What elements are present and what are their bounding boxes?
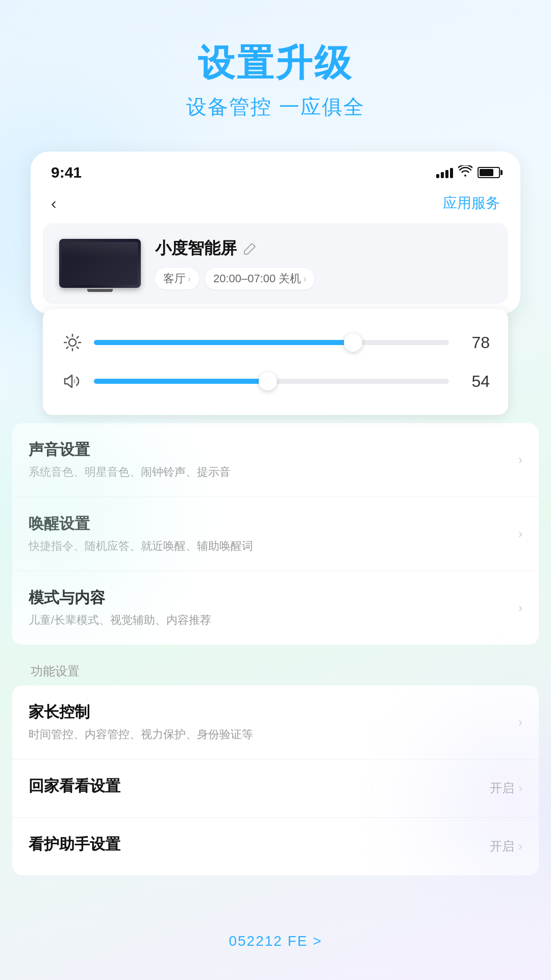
settings-item-home-left: 回家看看设置 bbox=[29, 776, 490, 801]
section-label: 功能设置 bbox=[12, 653, 539, 685]
brightness-row: 78 bbox=[61, 325, 490, 360]
bottom-text: 052212 FE > bbox=[0, 933, 551, 949]
brightness-track[interactable] bbox=[94, 340, 449, 345]
device-card: 小度智能屏 客厅 › 20:00–07:00 关机 › bbox=[43, 223, 508, 304]
status-icons bbox=[436, 165, 500, 180]
device-name-row: 小度智能屏 bbox=[155, 237, 492, 260]
status-time: 9:41 bbox=[51, 164, 82, 181]
volume-icon bbox=[61, 370, 84, 393]
volume-thumb[interactable] bbox=[259, 372, 277, 390]
battery-fill bbox=[480, 169, 493, 176]
settings-item-sound-right: › bbox=[518, 453, 522, 467]
settings-item-mode-desc: 儿童/长辈模式、视觉辅助、内容推荐 bbox=[29, 612, 518, 628]
svg-line-6 bbox=[77, 347, 79, 349]
signal-bar-3 bbox=[445, 170, 448, 178]
brightness-thumb[interactable] bbox=[344, 333, 362, 352]
settings-item-parental-left: 家长控制 时间管控、内容管控、视力保护、身份验证等 bbox=[29, 702, 518, 743]
brightness-fill bbox=[94, 340, 353, 345]
slider-card: 78 54 bbox=[43, 309, 508, 415]
signal-bar-1 bbox=[436, 174, 439, 178]
mode-chevron-icon: › bbox=[518, 601, 522, 615]
bottom-area: 052212 FE > bbox=[0, 933, 551, 949]
brightness-value: 78 bbox=[459, 333, 490, 352]
room-tag[interactable]: 客厅 › bbox=[155, 268, 199, 289]
brightness-icon bbox=[61, 331, 84, 354]
room-label: 客厅 bbox=[163, 271, 186, 286]
wifi-icon bbox=[458, 165, 472, 180]
signal-bar-4 bbox=[450, 168, 453, 178]
edit-icon[interactable] bbox=[243, 241, 257, 256]
svg-point-0 bbox=[69, 339, 76, 346]
app-service-button[interactable]: 应用服务 bbox=[443, 193, 500, 213]
settings-item-care-left: 看护助手设置 bbox=[29, 834, 490, 859]
svg-line-8 bbox=[67, 347, 68, 349]
signal-icon bbox=[436, 167, 453, 178]
volume-track[interactable] bbox=[94, 379, 449, 384]
device-tags: 客厅 › 20:00–07:00 关机 › bbox=[155, 268, 492, 289]
device-thumbnail bbox=[59, 239, 141, 288]
room-chevron: › bbox=[188, 274, 191, 284]
main-card: 9:41 ‹ 应用服务 bbox=[31, 152, 520, 314]
volume-fill bbox=[94, 379, 268, 384]
status-bar: 9:41 bbox=[31, 152, 520, 189]
settings-item-mode-right: › bbox=[518, 601, 522, 615]
schedule-label: 20:00–07:00 关机 bbox=[213, 271, 301, 286]
page-subtitle: 设备管控 一应俱全 bbox=[0, 93, 551, 121]
back-button[interactable]: ‹ bbox=[51, 194, 57, 213]
device-name: 小度智能屏 bbox=[155, 237, 237, 260]
volume-row: 54 bbox=[61, 364, 490, 399]
settings-item-parental-title: 家长控制 bbox=[29, 702, 518, 723]
battery-icon bbox=[478, 167, 500, 178]
settings-item-wakeup-right: › bbox=[518, 527, 522, 541]
wakeup-chevron-icon: › bbox=[518, 527, 522, 541]
volume-value: 54 bbox=[459, 372, 490, 391]
settings-item-parental-desc: 时间管控、内容管控、视力保护、身份验证等 bbox=[29, 727, 518, 743]
settings-item-home-title: 回家看看设置 bbox=[29, 776, 490, 797]
svg-line-5 bbox=[67, 337, 68, 338]
schedule-chevron: › bbox=[303, 274, 306, 284]
svg-line-7 bbox=[77, 337, 79, 338]
signal-bar-2 bbox=[441, 172, 444, 178]
settings-item-care-title: 看护助手设置 bbox=[29, 834, 490, 855]
schedule-tag[interactable]: 20:00–07:00 关机 › bbox=[205, 268, 314, 289]
nav-bar: ‹ 应用服务 bbox=[31, 189, 520, 223]
page-title: 设置升级 bbox=[0, 41, 551, 85]
device-shine bbox=[62, 242, 138, 257]
page-header: 设置升级 设备管控 一应俱全 bbox=[0, 0, 551, 141]
device-info: 小度智能屏 客厅 › 20:00–07:00 关机 › bbox=[155, 237, 492, 289]
sound-chevron-icon: › bbox=[518, 453, 522, 467]
